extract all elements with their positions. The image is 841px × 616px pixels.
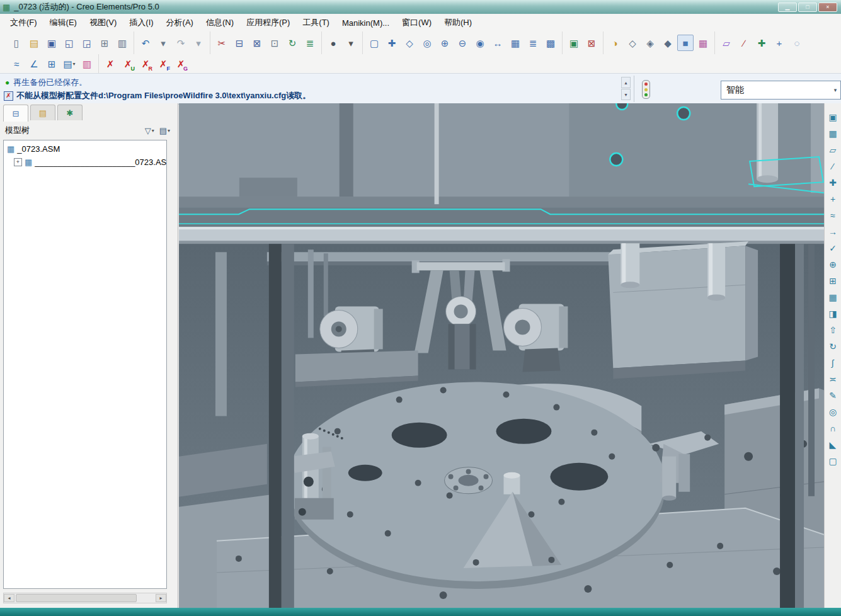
paste-icon[interactable]: ⊠: [249, 35, 265, 51]
style-icon[interactable]: ✎: [825, 388, 840, 403]
grid-display-icon[interactable]: ▦: [825, 126, 840, 141]
screen-capture-icon[interactable]: ▣: [825, 110, 840, 125]
open-file-icon[interactable]: ▤: [26, 35, 42, 51]
datum-planes-toggle-icon[interactable]: ▱: [718, 35, 735, 51]
message-up-icon[interactable]: ▴: [621, 77, 631, 88]
copy-document-icon[interactable]: ⊞: [96, 35, 113, 51]
refit-icon[interactable]: ◉: [472, 35, 488, 51]
datum-curve-icon[interactable]: ≈: [825, 208, 840, 223]
favorites-tab[interactable]: ✱: [57, 105, 83, 120]
selection-filter-combo[interactable]: 智能 ▾: [721, 81, 841, 100]
zoom-out-icon[interactable]: ⊖: [454, 35, 471, 51]
x-toggle-f-icon[interactable]: ✗F: [155, 55, 171, 72]
pattern-icon[interactable]: ▦: [825, 290, 840, 305]
measure-icon[interactable]: ∠: [26, 55, 42, 72]
saved-analyses-icon[interactable]: ▤▾: [61, 55, 77, 72]
insert-here-icon[interactable]: →: [825, 224, 840, 239]
cut-icon[interactable]: ✂: [214, 35, 230, 51]
spin-center-icon[interactable]: ✚: [384, 35, 400, 51]
sweep-icon[interactable]: ∫: [825, 355, 840, 370]
find-icon[interactable]: ◎: [419, 35, 435, 51]
menu-item[interactable]: 应用程序(P): [240, 14, 296, 31]
shaded-icon[interactable]: ■: [677, 35, 694, 51]
tree-row-root[interactable]: ▦ _0723.ASM: [4, 142, 166, 156]
graphics-viewport[interactable]: [179, 103, 824, 608]
datum-csys-toggle-icon[interactable]: +: [771, 35, 787, 51]
extrude-icon[interactable]: ⇧: [825, 322, 840, 338]
graph-tool-icon[interactable]: ≈: [8, 55, 25, 72]
close-button[interactable]: ×: [818, 3, 837, 12]
paste-special-icon[interactable]: ⊡: [266, 35, 283, 51]
palette-icon[interactable]: ▦: [695, 35, 711, 51]
maximize-button[interactable]: □: [798, 3, 817, 12]
model-tree-tab[interactable]: ⊟: [3, 105, 28, 122]
mirror-component-icon[interactable]: ◨: [825, 306, 840, 321]
render-style-menu-icon[interactable]: ▾: [343, 35, 359, 51]
blend-icon[interactable]: ≍: [825, 372, 840, 387]
x-toggle-r-icon[interactable]: ✗R: [137, 55, 154, 72]
expand-icon[interactable]: +: [14, 158, 22, 166]
wireframe-icon[interactable]: ◇: [624, 35, 641, 51]
shell-icon[interactable]: ▢: [825, 453, 840, 469]
color-scale-icon[interactable]: ▥: [79, 55, 95, 72]
named-views-icon[interactable]: ▦: [507, 35, 523, 51]
mesh-surface-icon[interactable]: ⊞: [43, 55, 60, 72]
menu-item[interactable]: 文件(F): [4, 14, 43, 31]
redo-icon[interactable]: ↷: [173, 35, 189, 51]
regenerate-manager-icon[interactable]: ≣: [302, 35, 318, 51]
view-manager-icon[interactable]: ▩: [542, 35, 559, 51]
datum-axis-icon[interactable]: ∕: [825, 159, 840, 174]
create-component-icon[interactable]: ⊞: [825, 273, 840, 288]
datum-point-icon[interactable]: ✚: [825, 175, 840, 190]
copy-icon[interactable]: ⊟: [231, 35, 248, 51]
datum-points-toggle-icon[interactable]: ✚: [753, 35, 770, 51]
folder-browser-tab[interactable]: ▤: [30, 105, 55, 120]
appearance-gallery-icon[interactable]: ◑: [607, 35, 623, 51]
close-window-icon[interactable]: ⊠: [583, 35, 600, 51]
datum-plane-icon[interactable]: ▱: [825, 142, 840, 157]
orient-mode-icon[interactable]: ◇: [401, 35, 418, 51]
menu-item[interactable]: 编辑(E): [43, 14, 83, 31]
tree-horizontal-scrollbar[interactable]: ◂ ▸: [3, 593, 167, 603]
revolve-icon[interactable]: ↻: [825, 339, 840, 354]
menu-item[interactable]: 分析(A): [160, 14, 200, 31]
round-icon[interactable]: ∩: [825, 421, 840, 436]
hidden-line-icon[interactable]: ◈: [642, 35, 658, 51]
message-down-icon[interactable]: ▾: [621, 89, 631, 100]
modelcheck-status-icon[interactable]: [642, 80, 650, 99]
scrollbar-thumb[interactable]: [16, 594, 137, 602]
menu-item[interactable]: 工具(T): [296, 14, 336, 31]
hole-icon[interactable]: ◎: [825, 404, 840, 419]
save-copy-icon[interactable]: ◱: [61, 35, 77, 51]
backup-icon[interactable]: ◲: [79, 35, 95, 51]
repaint-icon[interactable]: ▢: [366, 35, 382, 51]
x-toggle-g-icon[interactable]: ✗G: [173, 55, 189, 72]
redo-menu-icon[interactable]: ▾: [190, 35, 207, 51]
undo-menu-icon[interactable]: ▾: [155, 35, 171, 51]
coordinate-system-icon[interactable]: +: [825, 191, 840, 207]
resume-icon[interactable]: ✓: [825, 241, 840, 256]
print-icon[interactable]: ▥: [114, 35, 130, 51]
no-hidden-icon[interactable]: ◆: [660, 35, 676, 51]
scroll-right-icon[interactable]: ▸: [156, 594, 166, 602]
menu-item[interactable]: 帮助(H): [438, 14, 478, 31]
shaded-sphere-icon[interactable]: ●: [325, 35, 341, 51]
chamfer-icon[interactable]: ◣: [825, 437, 840, 452]
save-file-icon[interactable]: ▣: [43, 35, 60, 51]
undo-icon[interactable]: ↶: [137, 35, 154, 51]
new-file-icon[interactable]: ▯: [8, 35, 25, 51]
zoom-in-icon[interactable]: ⊕: [437, 35, 453, 51]
menu-item[interactable]: 插入(I): [123, 14, 159, 31]
menu-item[interactable]: Manikin(M)...: [336, 16, 396, 30]
menu-item[interactable]: 视图(V): [83, 14, 123, 31]
pan-icon[interactable]: ↔: [489, 35, 506, 51]
tree-row-child[interactable]: + ▦ ______________________0723.ASM: [4, 156, 166, 169]
menu-item[interactable]: 窗口(W): [396, 14, 438, 31]
tree-filters-button[interactable]: ▽▾: [142, 125, 157, 137]
x-toggle-u-icon[interactable]: ✗U: [120, 55, 136, 72]
assemble-component-icon[interactable]: ⊕: [825, 257, 840, 272]
menu-item[interactable]: 信息(N): [200, 14, 240, 31]
spin-center-toggle-icon[interactable]: ◌: [789, 35, 805, 51]
activate-window-icon[interactable]: ▣: [566, 35, 582, 51]
scroll-left-icon[interactable]: ◂: [4, 594, 14, 602]
